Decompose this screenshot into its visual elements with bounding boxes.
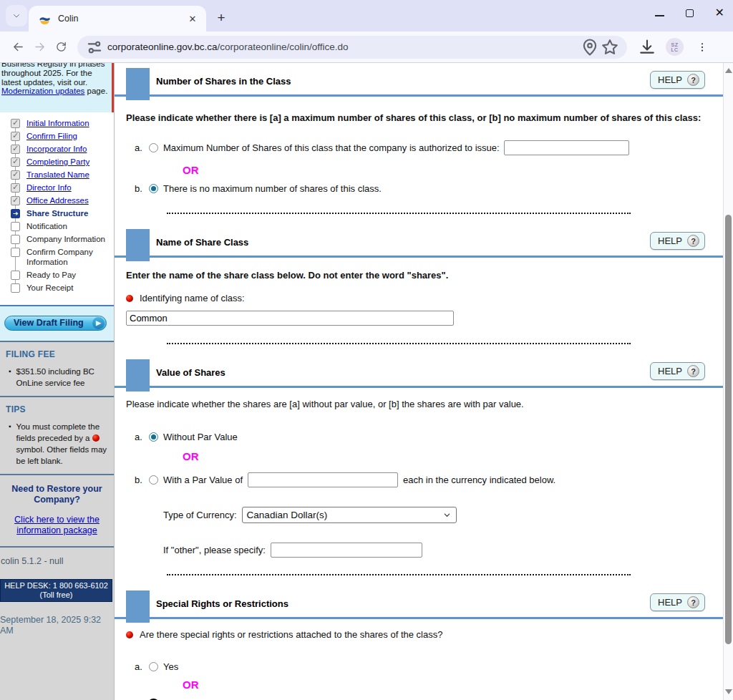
max-shares-option-row: a. Maximum Number of Shares of this clas… — [135, 140, 723, 155]
par-value-input[interactable] — [248, 472, 398, 487]
downloads-icon[interactable] — [637, 37, 657, 57]
currency-row: Type of Currency: Canadian Dollar(s) — [163, 507, 723, 523]
new-tab-button[interactable]: + — [212, 9, 230, 27]
rights-yes-option-row: a. Yes — [135, 661, 723, 672]
sidebar-item-initial-information[interactable]: Initial Information — [11, 119, 114, 129]
view-draft-filing-button[interactable]: View Draft Filing ▶ — [4, 316, 107, 331]
tab-title: Colin — [58, 14, 186, 24]
dotted-divider — [167, 343, 631, 344]
profile-avatar[interactable]: SZLC — [666, 38, 684, 56]
no-max-shares-radio[interactable] — [149, 184, 158, 193]
sidebar-item-translated-name[interactable]: Translated Name — [11, 170, 114, 180]
checked-step-icon — [11, 119, 20, 128]
url-path: /corporateonline/colin/office.do — [218, 42, 349, 52]
toolbar-right-icons: SZLC — [637, 37, 712, 57]
with-par-option-row: b. With a Par Value of each in the curre… — [135, 472, 723, 487]
scroll-up-icon[interactable] — [725, 68, 732, 73]
checked-step-icon — [11, 170, 20, 180]
sidebar-item-share-structure[interactable]: Share Structure — [11, 209, 114, 219]
help-button[interactable]: HELP? — [650, 71, 705, 89]
currency-selected-value: Canadian Dollar(s) — [247, 510, 328, 520]
minimize-icon[interactable] — [655, 15, 664, 16]
without-par-label: Without Par Value — [163, 432, 238, 442]
unchecked-step-icon — [11, 235, 20, 244]
sidebar-item-office-addresses[interactable]: Office Addresses — [11, 196, 114, 206]
sidebar-item-incorporator-info[interactable]: Incorporator Info — [11, 145, 114, 155]
site-settings-icon[interactable] — [84, 37, 105, 57]
address-bar[interactable]: corporateonline.gov.bc.ca/corporateonlin… — [77, 36, 627, 59]
window-controls: ✕ — [655, 7, 724, 19]
class-name-instruction: Enter the name of the share class below.… — [126, 270, 712, 281]
forward-arrow-icon — [34, 41, 46, 53]
dotted-divider — [167, 574, 631, 575]
location-pin-icon[interactable] — [580, 37, 600, 57]
sidebar-item-confirm-filing[interactable]: Confirm Filing — [11, 132, 114, 142]
restore-info-link[interactable]: Click here to view the information packa… — [14, 515, 99, 535]
sidebar-item-director-info[interactable]: Director Info — [11, 183, 114, 193]
bookmark-star-icon[interactable] — [600, 37, 620, 57]
checked-step-icon — [11, 132, 20, 141]
scroll-down-icon[interactable] — [725, 689, 732, 694]
tips-item: You must complete the fields preceded by… — [16, 421, 110, 467]
rights-question-row: Are there special rights or restrictions… — [126, 629, 723, 640]
help-desk-banner: HELP DESK: 1 800 663-6102 (Toll free) — [0, 579, 112, 602]
chevron-down-icon — [443, 511, 451, 519]
unchecked-step-icon — [11, 222, 20, 231]
main-form: Number of Shares in the Class HELP? Plea… — [115, 63, 723, 700]
with-par-radio[interactable] — [149, 475, 158, 485]
sidebar-item-notification[interactable]: Notification — [11, 222, 114, 232]
site-favicon-icon — [39, 13, 51, 25]
browser-tab[interactable]: Colin ✕ — [29, 6, 206, 31]
rights-yes-label: Yes — [163, 661, 178, 672]
back-button[interactable] — [7, 37, 29, 58]
or-separator: OR — [183, 450, 723, 462]
question-mark-icon: ? — [687, 365, 699, 377]
scrollbar-thumb[interactable] — [725, 215, 732, 644]
tab-close-icon[interactable]: ✕ — [186, 12, 199, 25]
help-desk-phone: HELP DESK: 1 800 663-6102 — [1, 581, 112, 590]
without-par-option-row: a. Without Par Value — [135, 432, 723, 442]
sidebar-item-company-information[interactable]: Company Information — [11, 235, 114, 245]
checked-step-icon — [11, 145, 20, 154]
max-shares-input[interactable] — [504, 140, 629, 155]
sidebar-item-your-receipt[interactable]: Your Receipt — [11, 283, 114, 293]
max-shares-radio[interactable] — [149, 143, 158, 152]
forward-button[interactable] — [29, 37, 50, 58]
section-accent-square — [126, 590, 150, 623]
other-currency-input[interactable] — [271, 543, 422, 558]
restore-title: Need to Restore your Company? — [3, 484, 111, 505]
help-button[interactable]: HELP? — [650, 362, 705, 380]
sidebar-item-completing-party[interactable]: Completing Party — [11, 157, 114, 167]
current-step-icon — [11, 209, 20, 218]
maximize-icon[interactable] — [686, 9, 694, 17]
section-header-special-rights: Special Rights or Restrictions HELP? — [115, 590, 723, 619]
help-desk-tollfree: (Toll free) — [1, 590, 112, 600]
section-header-name-of-class: Name of Share Class HELP? — [115, 229, 723, 258]
unchecked-step-icon — [11, 271, 20, 280]
section-accent-square — [126, 229, 150, 261]
section-header-value-of-shares: Value of Shares HELP? — [115, 359, 723, 388]
class-name-input[interactable] — [126, 311, 454, 326]
sidebar-item-ready-to-pay[interactable]: Ready to Pay — [11, 271, 114, 281]
close-window-icon[interactable]: ✕ — [715, 7, 724, 19]
tab-search-button[interactable] — [6, 5, 27, 26]
browser-menu-icon[interactable] — [692, 37, 712, 57]
sidebar-item-confirm-company-information[interactable]: Confirm Company Information — [11, 248, 114, 267]
without-par-radio[interactable] — [149, 432, 158, 442]
help-button[interactable]: HELP? — [650, 232, 705, 250]
reload-button[interactable] — [50, 37, 72, 58]
unchecked-step-icon — [11, 248, 20, 257]
unchecked-step-icon — [11, 283, 20, 293]
draft-filing-area: View Draft Filing ▶ — [0, 306, 114, 341]
rights-yes-radio[interactable] — [149, 662, 158, 671]
filing-fee-section: FILING FEE $351.50 including BC OnLine s… — [0, 342, 114, 396]
page-scrollbar[interactable] — [723, 63, 733, 700]
modernization-updates-link[interactable]: Modernization updates — [1, 87, 84, 95]
help-button[interactable]: HELP? — [650, 593, 705, 611]
draft-arrow-icon: ▶ — [92, 317, 105, 329]
class-name-label-row: Identifying name of class: — [126, 293, 723, 303]
max-shares-label: Maximum Number of Shares of this class t… — [163, 142, 500, 153]
currency-select[interactable]: Canadian Dollar(s) — [242, 507, 457, 523]
notice-text-after: page. — [84, 87, 107, 95]
tips-title: TIPS — [6, 404, 110, 414]
